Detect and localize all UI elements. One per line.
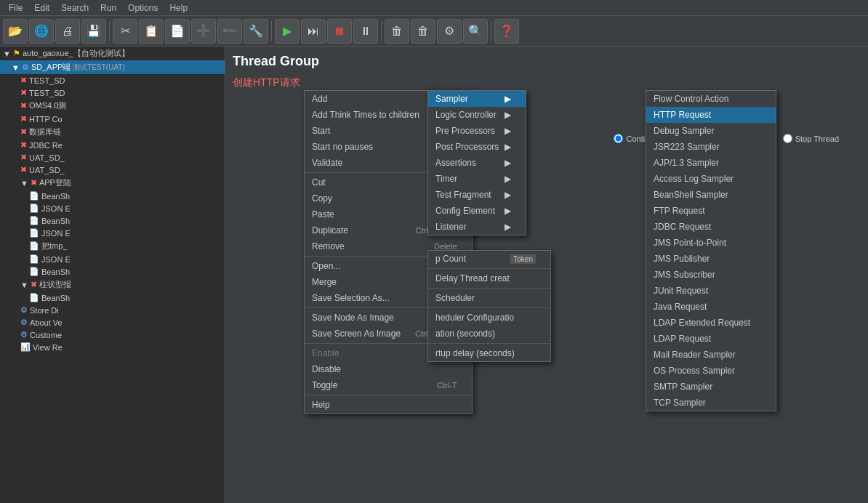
btn-collapse[interactable]: ➖: [217, 19, 242, 44]
sampler-jsr223[interactable]: JSR223 Sampler: [646, 139, 776, 155]
tree-item-json3[interactable]: 📄 JSON E: [0, 253, 225, 265]
sampler-ldap-ext[interactable]: LDAP Extended Request: [646, 315, 776, 331]
btn-templates[interactable]: 🌐: [29, 19, 54, 44]
sampler-tcp[interactable]: TCP Sampler: [646, 395, 776, 411]
btn-shutdown[interactable]: ⏸: [353, 19, 378, 44]
tree-label-view: View Re: [33, 343, 63, 352]
tree-item-view[interactable]: 📊 View Re: [0, 341, 225, 353]
add-sampler[interactable]: Sampler ▶: [428, 91, 526, 107]
tree-item-applogin[interactable]: ▼ ✖ APP登陆: [0, 176, 225, 190]
btn-run-no-pause[interactable]: ⏭: [301, 19, 326, 44]
config-element-arrow: ▶: [505, 206, 511, 216]
sampler-jms-subscriber[interactable]: JMS Subscriber: [646, 267, 776, 283]
tree-item-bean1[interactable]: 📄 BeanSh: [0, 190, 225, 202]
add-post-processors[interactable]: Post Processors ▶: [428, 139, 526, 155]
sampler-mail-reader[interactable]: Mail Reader Sampler: [646, 347, 776, 363]
thread-scheduler-config[interactable]: heduler Configuratio: [428, 310, 550, 326]
btn-help[interactable]: ❓: [494, 19, 519, 44]
menu-options[interactable]: Options: [122, 1, 164, 15]
tree-label-store: Store Di: [30, 306, 59, 315]
sampler-access-log[interactable]: Access Log Sampler: [646, 171, 776, 187]
tree-item-testsd2[interactable]: ✖ TEST_SD: [0, 86, 225, 99]
menu-edit[interactable]: Edit: [28, 1, 55, 15]
btn-clear[interactable]: 🗑: [385, 19, 409, 44]
sampler-jms-p2p[interactable]: JMS Point-to-Point: [646, 235, 776, 251]
menu-run[interactable]: Run: [95, 1, 122, 15]
btn-copy[interactable]: 📋: [139, 19, 164, 44]
sampler-junit[interactable]: JUnit Request: [646, 283, 776, 299]
tree-item-uat1[interactable]: ✖ UAT_SD_: [0, 151, 225, 164]
tree-item-json2[interactable]: 📄 JSON E: [0, 227, 225, 239]
tree-icon-httpco: ✖: [20, 114, 27, 124]
thread-scheduler[interactable]: Scheduler: [428, 290, 550, 306]
tree-item-store[interactable]: ⚙ Store Di: [0, 304, 225, 316]
btn-expand[interactable]: ➕: [191, 19, 216, 44]
tree-item-testsd1[interactable]: ✖ TEST_SD: [0, 74, 225, 86]
toolbar-sep-4: [491, 21, 491, 41]
sampler-ftp[interactable]: FTP Request: [646, 203, 776, 219]
btn-save[interactable]: 💾: [81, 19, 106, 44]
add-logic-controller[interactable]: Logic Controller ▶: [428, 107, 526, 123]
sampler-ldap[interactable]: LDAP Request: [646, 331, 776, 347]
sampler-http-request[interactable]: HTTP Request: [646, 107, 776, 123]
thread-duration[interactable]: ation (seconds): [428, 326, 550, 342]
tree-icon-json1: 📄: [29, 204, 39, 213]
tree-item-oms[interactable]: ✖ OMS4.0测: [0, 99, 225, 113]
add-pre-processors[interactable]: Pre Processors ▶: [428, 123, 526, 139]
ctx-disable[interactable]: Disable: [305, 361, 472, 377]
sampler-debug[interactable]: Debug Sampler: [646, 123, 776, 139]
tree-item-uat2[interactable]: ✖ UAT_SD_: [0, 164, 225, 176]
menu-file[interactable]: File: [3, 1, 28, 15]
sampler-ajp[interactable]: AJP/1.3 Sampler: [646, 155, 776, 171]
tree-item-chart[interactable]: ▼ ✖ 柱状型报: [0, 278, 225, 291]
tree-expand-root: ▼: [3, 49, 11, 58]
sampler-java[interactable]: Java Request: [646, 299, 776, 315]
toolbar-sep-2: [271, 21, 272, 41]
menu-help[interactable]: Help: [164, 1, 193, 15]
tree-item-httpco[interactable]: ✖ HTTP Co: [0, 113, 225, 125]
btn-run[interactable]: ▶: [275, 19, 300, 44]
ctx-toggle[interactable]: Toggle Ctrl-T: [305, 377, 472, 393]
tree-item-bean3[interactable]: 📄 BeanSh: [0, 265, 225, 278]
add-assertions[interactable]: Assertions ▶: [428, 155, 526, 171]
btn-search2[interactable]: 🔍: [463, 19, 488, 44]
listener-arrow: ▶: [505, 222, 511, 232]
sampler-os-process[interactable]: OS Process Sampler: [646, 363, 776, 379]
thread-startup-delay[interactable]: rtup delay (seconds): [428, 345, 550, 361]
menu-search[interactable]: Search: [55, 1, 95, 15]
add-timer[interactable]: Timer ▶: [428, 171, 526, 187]
btn-clear-all[interactable]: 🗑: [411, 19, 435, 44]
tree-item-json1[interactable]: 📄 JSON E: [0, 202, 225, 214]
ctx-help[interactable]: Help: [305, 397, 472, 413]
tree-item-db[interactable]: ✖ 数据库链: [0, 125, 225, 139]
sampler-jms-publisher[interactable]: JMS Publisher: [646, 251, 776, 267]
thread-delay-creat[interactable]: Delay Thread creat: [428, 270, 550, 286]
tree-item-sd[interactable]: ▼ ⚙ SD_APP端 测试TEST(UAT): [0, 60, 225, 74]
tree-label-bean2: BeanSh: [41, 217, 70, 225]
sampler-smtp[interactable]: SMTP Sampler: [646, 379, 776, 395]
thread-p-count[interactable]: p Count Token: [428, 251, 550, 267]
tree-item-tmp[interactable]: 📄 把tmp_: [0, 239, 225, 253]
sampler-beanshell[interactable]: BeanShell Sampler: [646, 187, 776, 203]
add-config-element[interactable]: Config Element ▶: [428, 203, 526, 219]
btn-cut[interactable]: ✂: [113, 19, 137, 44]
btn-print[interactable]: 🖨: [55, 19, 80, 44]
tree-item-jdbc[interactable]: ✖ JDBC Re: [0, 139, 225, 151]
btn-settings[interactable]: 🔧: [244, 19, 268, 44]
add-test-fragment[interactable]: Test Fragment ▶: [428, 187, 526, 203]
btn-open[interactable]: 📂: [3, 19, 28, 44]
assertions-arrow: ▶: [505, 158, 511, 168]
tree-item-bean4[interactable]: 📄 BeanSh: [0, 291, 225, 304]
toolbar: 📂 🌐 🖨 💾 ✂ 📋 📄 ➕ ➖ 🔧 ▶ ⏭ ⏹ ⏸ 🗑 🗑 ⚙ 🔍 ❓: [0, 16, 868, 47]
sampler-flow-control[interactable]: Flow Control Action: [646, 91, 776, 107]
btn-function-helper[interactable]: ⚙: [437, 19, 462, 44]
radio-stop-thread[interactable]: Stop Thread: [783, 134, 839, 143]
btn-paste[interactable]: 📄: [165, 19, 190, 44]
add-listener[interactable]: Listener ▶: [428, 219, 526, 235]
btn-stop[interactable]: ⏹: [327, 19, 352, 44]
tree-item-root[interactable]: ▼ ⚑ auto_gaoxue_【自动化测试】: [0, 47, 225, 60]
sampler-jdbc[interactable]: JDBC Request: [646, 219, 776, 235]
tree-item-about[interactable]: ⚙ About Ve: [0, 316, 225, 329]
tree-item-bean2[interactable]: 📄 BeanSh: [0, 214, 225, 227]
tree-item-custom[interactable]: ⚙ Custome: [0, 329, 225, 341]
